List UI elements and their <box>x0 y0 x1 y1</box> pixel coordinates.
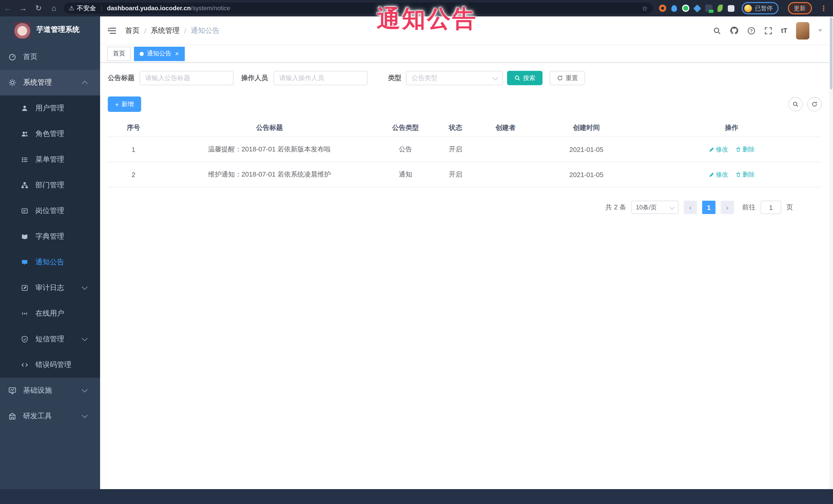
table-header-row: 序号 公告标题 公告类型 状态 创建者 创建时间 操作 <box>108 119 822 137</box>
sidebar-item-notice[interactable]: 通知公告 <box>0 249 100 275</box>
add-button[interactable]: + 新增 <box>108 96 141 112</box>
screen: ← → ↻ ⌂ ⚠ 不安全 | dashboard.yudao.iocoder.… <box>0 0 833 504</box>
cell-title: 维护通知：2018-07-01 若依系统凌晨维护 <box>159 170 380 179</box>
hamburger-icon[interactable] <box>107 26 117 34</box>
user-avatar[interactable] <box>796 22 809 39</box>
sidebar-item-infrastructure[interactable]: 基础设施 <box>0 378 100 403</box>
delete-link[interactable]: 删除 <box>735 170 755 179</box>
operator-input[interactable] <box>273 71 367 85</box>
col-header-no: 序号 <box>108 123 159 133</box>
extension-leaf-icon[interactable] <box>717 5 723 12</box>
browser-home-icon[interactable]: ⌂ <box>46 0 62 17</box>
page-size-select[interactable]: 10条/页 <box>631 201 679 214</box>
breadcrumb-home[interactable]: 首页 <box>125 26 140 35</box>
app-title: 芋道管理系统 <box>37 25 79 34</box>
extensions-puzzle-icon[interactable] <box>728 5 735 11</box>
code-icon <box>20 361 29 368</box>
sidebar-item-home[interactable]: 首页 <box>0 44 100 70</box>
avatar-caret-down-icon[interactable] <box>818 29 822 32</box>
extension-on-badge-icon[interactable] <box>705 5 712 12</box>
cell-time: 2021-01-05 <box>531 171 642 178</box>
page-number-button[interactable]: 1 <box>702 201 715 214</box>
browser-update-button[interactable]: 更新 <box>788 2 812 15</box>
extension-gem-icon[interactable] <box>693 4 701 12</box>
delete-label: 删除 <box>742 145 755 154</box>
sidebar-item-roles[interactable]: 角色管理 <box>0 121 100 147</box>
sidebar-item-menus[interactable]: 菜单管理 <box>0 147 100 172</box>
next-page-button[interactable]: › <box>721 201 734 214</box>
bottom-bar <box>0 489 833 504</box>
col-header-actions: 操作 <box>642 123 822 133</box>
users-group-icon <box>20 130 29 138</box>
sidebar-item-audit-log[interactable]: 审计日志 <box>0 275 100 301</box>
github-icon[interactable] <box>730 26 738 35</box>
paused-extension-pill[interactable]: 已暂停 <box>742 2 778 15</box>
edit-link[interactable]: 修改 <box>709 145 728 154</box>
sidebar-item-label: 研发工具 <box>23 412 52 421</box>
sidebar-item-posts[interactable]: 岗位管理 <box>0 198 100 224</box>
tab-home[interactable]: 首页 <box>107 46 131 61</box>
shield-check-icon <box>20 336 29 343</box>
sidebar-item-online-users[interactable]: 在线用户 <box>0 301 100 327</box>
goto-page-input[interactable] <box>761 201 781 214</box>
tab-notice[interactable]: 通知公告 × <box>134 46 185 61</box>
breadcrumb-separator: / <box>184 26 186 34</box>
sidebar-item-label: 系统管理 <box>23 78 52 87</box>
col-header-status: 状态 <box>431 123 480 133</box>
browser-back-icon[interactable]: ← <box>0 0 16 17</box>
search-icon[interactable] <box>713 26 721 34</box>
toggle-search-button[interactable] <box>788 97 803 111</box>
fullscreen-icon[interactable] <box>764 26 772 34</box>
bookmark-star-icon[interactable]: ☆ <box>642 4 648 12</box>
sidebar-item-error-codes[interactable]: 错误码管理 <box>0 352 100 378</box>
pencil-icon <box>709 146 714 152</box>
sidebar-item-sms[interactable]: 短信管理 <box>0 327 100 352</box>
cell-title: 温馨提醒：2018-07-01 若依新版本发布啦 <box>159 145 380 154</box>
extension-adblock-icon[interactable] <box>659 5 666 12</box>
table-row[interactable]: 2 维护通知：2018-07-01 若依系统凌晨维护 通知 开启 2021-01… <box>108 162 822 187</box>
sidebar: 芋道管理系统 首页 系统管理 用户管理 <box>0 17 100 489</box>
page-scrollbar[interactable] <box>829 17 833 489</box>
gear-icon <box>8 78 17 87</box>
refresh-table-button[interactable] <box>807 97 822 111</box>
refresh-icon <box>811 101 817 107</box>
sidebar-item-dictionary[interactable]: 字典管理 <box>0 224 100 249</box>
browser-forward-icon[interactable]: → <box>16 0 31 17</box>
font-size-icon[interactable]: tT <box>781 27 787 34</box>
not-secure-warning-icon: ⚠ <box>69 5 74 12</box>
browser-menu-icon[interactable]: ⋮ <box>820 4 827 12</box>
pagination: 共 2 条 10条/页 ‹ 1 › 前往 页 <box>108 201 822 214</box>
page-size-value: 10条/页 <box>636 203 657 212</box>
delete-link[interactable]: 删除 <box>735 145 755 154</box>
page-content: 公告标题 操作人员 类型 公告类型 搜索 重置 <box>100 63 829 214</box>
breadcrumb: 首页 / 系统管理 / 通知公告 <box>125 26 220 35</box>
extension-drop-icon[interactable] <box>671 5 677 11</box>
scrollbar-thumb[interactable] <box>830 18 832 89</box>
extension-proxy-icon[interactable] <box>682 5 689 12</box>
app-logo[interactable]: 芋道管理系统 <box>0 17 100 43</box>
sidebar-item-system[interactable]: 系统管理 <box>0 70 100 95</box>
help-icon[interactable]: ? <box>747 26 755 34</box>
navbar-actions: ? tT <box>713 22 822 39</box>
col-header-type: 公告类型 <box>380 123 431 133</box>
sidebar-item-departments[interactable]: 部门管理 <box>0 172 100 198</box>
user-icon <box>20 105 29 112</box>
search-icon <box>792 101 799 107</box>
sidebar-item-dev-tools[interactable]: 研发工具 <box>0 403 100 429</box>
browser-reload-icon[interactable]: ↻ <box>31 0 46 17</box>
sidebar-item-users[interactable]: 用户管理 <box>0 95 100 121</box>
tab-close-icon[interactable]: × <box>175 50 179 57</box>
prev-page-button[interactable]: ‹ <box>684 201 697 214</box>
address-bar[interactable]: ⚠ 不安全 | dashboard.yudao.iocoder.cn/syste… <box>64 3 653 14</box>
table-row[interactable]: 1 温馨提醒：2018-07-01 若依新版本发布啦 公告 开启 2021-01… <box>108 137 822 162</box>
notice-title-input[interactable] <box>140 71 234 85</box>
edit-label: 修改 <box>716 145 728 154</box>
search-button[interactable]: 搜索 <box>507 71 543 85</box>
filter-type-label: 类型 <box>388 73 401 82</box>
notice-type-select[interactable]: 公告类型 <box>406 71 503 85</box>
breadcrumb-system[interactable]: 系统管理 <box>151 26 180 35</box>
reset-button[interactable]: 重置 <box>550 71 585 85</box>
search-icon <box>514 75 520 81</box>
search-form: 公告标题 操作人员 类型 公告类型 搜索 重置 <box>108 71 822 85</box>
edit-link[interactable]: 修改 <box>709 170 728 179</box>
